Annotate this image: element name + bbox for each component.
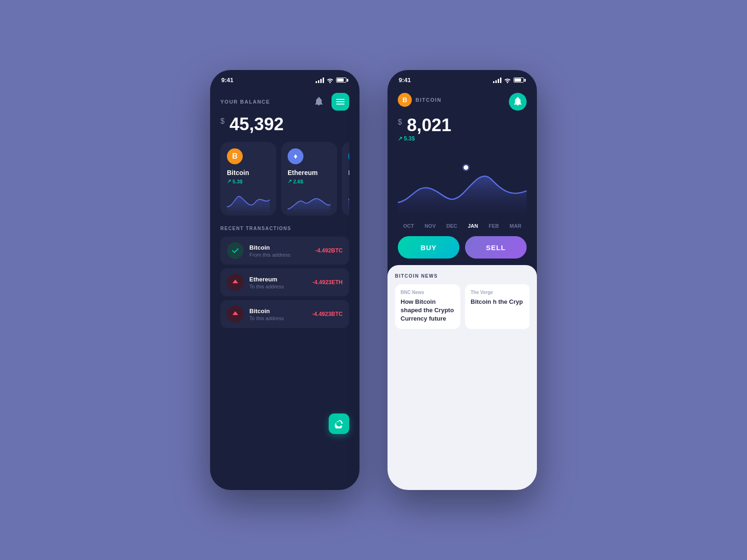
btc-name-label: BITCOIN: [416, 97, 442, 103]
dash-card[interactable]: ↺ Das ↘ 2.: [342, 142, 349, 216]
status-time-2: 9:41: [399, 77, 411, 84]
tx-icon-1: [227, 242, 244, 259]
dash-card-icon: ↺: [348, 148, 349, 164]
chart-svg: [398, 147, 527, 221]
tx-info-2: Ethereum To this address: [249, 276, 307, 289]
news-source-2: The Verge: [471, 290, 525, 295]
status-icons-2: [493, 77, 526, 83]
btc-price-symbol: $: [398, 118, 402, 126]
action-buttons: BUY SELL: [398, 236, 527, 259]
tx-amount-3: -4.4923BTC: [312, 311, 343, 317]
tx-amount-2: -4.4923ETH: [312, 279, 343, 286]
ethereum-card-change: ↗ 2.6$: [288, 178, 331, 184]
buy-button[interactable]: BUY: [398, 236, 459, 259]
tx-name-3: Bitcoin: [249, 308, 307, 315]
status-bar-1: 9:41: [210, 70, 359, 84]
month-nov: NOV: [424, 223, 436, 229]
balance-display: $ 45,392: [220, 114, 349, 134]
svg-rect-1: [336, 101, 345, 102]
news-headline-1: How Bitcoin shaped the Crypto Currency f…: [401, 298, 455, 323]
tx-info-1: Bitcoin From this address: [249, 244, 310, 258]
btc-price-display: $ 8,021: [398, 115, 527, 135]
notification-button-2[interactable]: [509, 93, 527, 111]
ethereum-card-icon: ♦: [288, 148, 303, 164]
bell-icon: [315, 97, 323, 106]
tx-name-2: Ethereum: [249, 276, 307, 283]
phone-2: 9:41 B BITCOIN: [388, 70, 537, 490]
table-row: Bitcoin From this address -4.492BTC: [220, 237, 349, 265]
arrow-up-icon-2: [232, 310, 239, 318]
svg-rect-2: [336, 104, 345, 105]
news-section-title: BITCOIN NEWS: [395, 273, 529, 279]
news-cards-list: BNC News How Bitcoin shaped the Crypto C…: [395, 284, 529, 329]
tx-address-2: To this address: [249, 284, 307, 289]
news-card-1[interactable]: BNC News How Bitcoin shaped the Crypto C…: [395, 284, 460, 329]
btc-change-value: 5.3$: [404, 135, 415, 142]
news-card-2[interactable]: The Verge Bitcoin h the Cryp: [465, 284, 529, 329]
signal-icon: [316, 77, 324, 83]
news-section: BITCOIN NEWS BNC News How Bitcoin shaped…: [388, 265, 537, 490]
balance-symbol: $: [220, 117, 225, 125]
phone-1: 9:41 YOUR BALANCE: [210, 70, 359, 490]
ethereum-mini-chart: [288, 188, 331, 214]
balance-value: 45,392: [229, 114, 283, 134]
battery-icon-2: [514, 77, 526, 83]
ethereum-card-name: Ethereum: [288, 169, 331, 176]
menu-button[interactable]: [331, 93, 349, 111]
dash-card-name: Das: [348, 169, 349, 176]
btc-large-chart: [398, 147, 527, 221]
chart-months: OCT NOV DEC JAN FEB MAR: [398, 223, 527, 229]
table-row: Bitcoin To this address -4.4923BTC: [220, 300, 349, 328]
tx-icon-3: [227, 306, 244, 322]
bitcoin-card-name: Bitcoin: [227, 169, 270, 176]
menu-icon: [336, 99, 345, 105]
btc-coin-icon: B: [398, 93, 412, 107]
month-feb: FEB: [489, 223, 499, 229]
tx-name-1: Bitcoin: [249, 244, 310, 251]
wifi-icon: [326, 77, 334, 83]
month-dec: DEC: [446, 223, 457, 229]
tx-icon-2: [227, 274, 244, 291]
ethereum-card[interactable]: ♦ Ethereum ↗ 2.6$: [281, 142, 337, 216]
chart-dot: [462, 164, 470, 171]
svg-rect-0: [336, 99, 345, 100]
btc-price-value: 8,021: [407, 115, 451, 135]
dash-mini-chart: [348, 188, 349, 214]
news-source-1: BNC News: [401, 290, 455, 295]
refresh-icon: [334, 419, 344, 428]
btc-header: B BITCOIN: [398, 93, 527, 111]
btc-change-display: ↗ 5.3$: [398, 135, 527, 142]
arrow-up-icon: [232, 279, 239, 286]
status-icons-1: [316, 77, 348, 83]
bitcoin-mini-chart: [227, 188, 270, 214]
battery-icon: [336, 77, 348, 83]
tx-address-1: From this address: [249, 252, 310, 258]
balance-header: YOUR BALANCE: [220, 93, 349, 111]
crypto-cards-list: B Bitcoin ↗ 5.3$: [220, 142, 349, 216]
bitcoin-card-change: ↗ 5.3$: [227, 178, 270, 184]
tx-info-3: Bitcoin To this address: [249, 308, 307, 321]
bitcoin-card[interactable]: B Bitcoin ↗ 5.3$: [220, 142, 276, 216]
signal-icon-2: [493, 77, 501, 83]
btc-title-row: B BITCOIN: [398, 93, 442, 107]
tx-amount-1: -4.492BTC: [315, 247, 343, 254]
up-arrow-icon-eth: ↗: [288, 178, 292, 184]
status-bar-2: 9:41: [388, 70, 537, 84]
news-headline-2: Bitcoin h the Cryp: [471, 298, 525, 306]
up-arrow-icon-btc: ↗: [398, 135, 402, 142]
transactions-section-title: RECENT TRANSACTIONS: [220, 226, 349, 231]
table-row: Ethereum To this address -4.4923ETH: [220, 268, 349, 296]
header-action-icons: [311, 93, 349, 111]
dash-card-change: ↘ 2.: [348, 178, 349, 184]
phone2-content: B BITCOIN $ 8,021 ↗ 5.3$: [388, 84, 537, 490]
balance-label: YOUR BALANCE: [220, 99, 270, 105]
down-arrow-icon: ↘: [348, 178, 349, 184]
tx-address-3: To this address: [249, 315, 307, 321]
checkmark-icon: [232, 247, 239, 254]
wifi-icon-2: [504, 77, 511, 83]
month-mar: MAR: [510, 223, 521, 229]
up-arrow-icon: ↗: [227, 178, 231, 184]
notification-button[interactable]: [311, 94, 327, 110]
sell-button[interactable]: SELL: [465, 236, 527, 259]
refresh-button[interactable]: [329, 413, 349, 434]
